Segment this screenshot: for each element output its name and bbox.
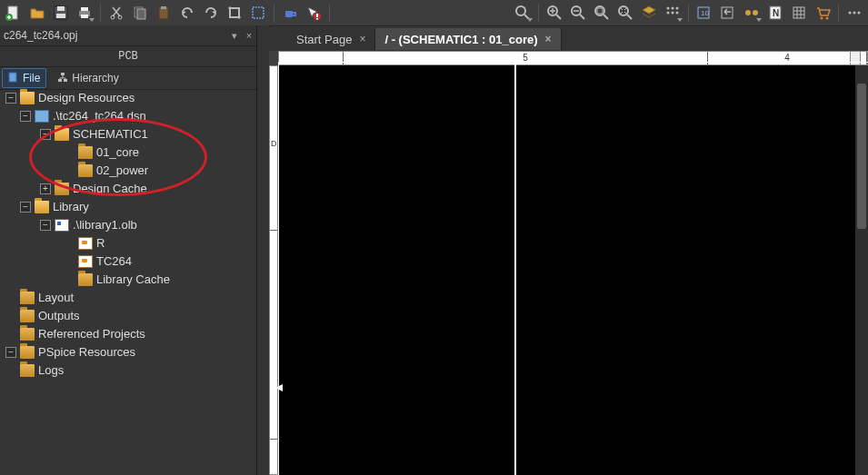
back-annotate-icon[interactable] (717, 2, 739, 24)
svg-rect-4 (56, 14, 65, 18)
node-lib-file[interactable]: − .\library1.olb (0, 216, 256, 234)
select-all-icon[interactable] (247, 2, 269, 24)
node-schematic1[interactable]: − SCHEMATIC1 (0, 125, 256, 143)
print-icon[interactable] (74, 2, 95, 24)
svg-point-40 (821, 17, 823, 20)
more-icon[interactable] (843, 2, 865, 24)
expander-icon[interactable]: − (5, 93, 16, 104)
expander-icon[interactable]: − (5, 347, 16, 358)
zoom-out-icon[interactable] (567, 2, 589, 24)
pointer-alert-icon[interactable] (303, 2, 324, 24)
drc-icon[interactable] (741, 2, 763, 24)
paste-icon[interactable] (153, 2, 175, 24)
panel-close-icon[interactable]: × (242, 25, 256, 45)
svg-rect-48 (64, 79, 67, 82)
new-file-icon[interactable] (3, 2, 25, 24)
file-tab-icon (8, 72, 19, 85)
cart-icon[interactable] (812, 2, 833, 24)
tab-file-label: File (23, 72, 40, 84)
node-dsn[interactable]: − .\tc264_tc264.dsn (0, 107, 256, 125)
folder-open-icon (55, 128, 69, 141)
node-part-tc264[interactable]: TC264 (0, 252, 256, 271)
open-folder-icon[interactable] (26, 2, 48, 24)
label: .\tc264_tc264.dsn (53, 107, 146, 125)
svg-text:10: 10 (701, 9, 709, 17)
panel-subtitle: PCB (0, 46, 256, 67)
label: Logs (38, 361, 64, 380)
label: Outputs (38, 307, 80, 325)
svg-rect-14 (230, 8, 239, 17)
svg-point-31 (676, 12, 679, 15)
schematic-canvas[interactable] (278, 65, 868, 475)
copy-icon[interactable] (129, 2, 151, 24)
node-page-01core[interactable]: 01_core (0, 143, 256, 162)
expander-icon[interactable]: − (40, 129, 51, 140)
grid-toggle-icon[interactable] (662, 2, 683, 24)
close-icon[interactable]: × (545, 33, 552, 45)
svg-point-29 (667, 12, 670, 15)
node-design-resources[interactable]: − Design Resources (0, 89, 256, 107)
project-tree: − Design Resources − .\tc264_tc264.dsn −… (0, 87, 256, 475)
notes-icon[interactable]: N (764, 2, 786, 24)
expander-icon[interactable]: + (40, 183, 51, 194)
expander-icon[interactable]: − (20, 202, 31, 213)
panel-menu-icon[interactable]: ▾ (227, 25, 242, 45)
folder-open-icon (35, 201, 49, 213)
netlist-icon[interactable] (788, 2, 810, 24)
label: Design Resources (38, 89, 135, 107)
svg-point-43 (853, 12, 856, 15)
main-toolbar: 10 N (0, 0, 868, 26)
annotate-icon[interactable]: 10 (693, 2, 715, 24)
folder-icon (20, 364, 35, 377)
svg-rect-47 (58, 79, 62, 82)
tab-file[interactable]: File (2, 68, 46, 88)
svg-rect-24 (597, 8, 603, 14)
svg-rect-6 (81, 7, 88, 11)
coffee-icon[interactable] (279, 2, 301, 24)
svg-rect-46 (61, 73, 65, 75)
scrollbar-thumb[interactable] (857, 84, 866, 229)
expander-icon[interactable]: − (40, 220, 51, 231)
tab-hierarchy[interactable]: Hierarchy (52, 69, 124, 87)
layers-icon[interactable] (638, 2, 660, 24)
ruler-left: D (269, 65, 278, 475)
node-design-cache[interactable]: + Design Cache (0, 180, 256, 198)
save-icon[interactable] (50, 2, 72, 24)
undo-icon[interactable] (176, 2, 198, 24)
node-page-02power[interactable]: 02_power (0, 162, 256, 180)
svg-rect-13 (161, 6, 166, 9)
folder-open-icon (20, 92, 35, 104)
node-library[interactable]: − Library (0, 198, 256, 216)
node-layout[interactable]: Layout (0, 289, 256, 307)
svg-point-27 (672, 7, 674, 10)
document-tabs: Start Page × / - (SCHEMATIC1 : 01_core) … (269, 27, 868, 51)
zoom-in-icon[interactable] (544, 2, 565, 24)
cursor-marker-icon (275, 383, 284, 392)
label: 02_power (96, 162, 148, 180)
folder-icon (20, 346, 35, 359)
node-outputs[interactable]: Outputs (0, 307, 256, 325)
node-part-r[interactable]: R (0, 234, 256, 252)
zoom-area-icon[interactable] (591, 2, 613, 24)
node-library-cache[interactable]: Library Cache (0, 271, 256, 289)
expander-icon[interactable]: − (20, 111, 31, 122)
redo-icon[interactable] (200, 2, 222, 24)
svg-point-20 (516, 6, 525, 15)
vertical-scrollbar[interactable] (855, 65, 868, 475)
cut-icon[interactable] (105, 2, 127, 24)
svg-point-41 (826, 17, 829, 20)
search-icon[interactable] (512, 2, 534, 24)
node-pspice-resources[interactable]: − PSpice Resources (0, 343, 256, 361)
zoom-fit-icon[interactable] (614, 2, 636, 24)
tab-start-page[interactable]: Start Page × (287, 28, 375, 50)
crop-icon[interactable] (224, 2, 245, 24)
tab-schematic-page[interactable]: / - (SCHEMATIC1 : 01_core) × (375, 28, 561, 50)
label: 01_core (96, 143, 139, 162)
label: Referenced Projects (38, 325, 145, 343)
svg-point-36 (753, 10, 758, 15)
label: TC264 (96, 252, 132, 271)
svg-rect-3 (57, 6, 65, 11)
close-icon[interactable]: × (359, 33, 365, 45)
node-logs[interactable]: Logs (0, 361, 256, 380)
node-ref-projects[interactable]: Referenced Projects (0, 325, 256, 343)
